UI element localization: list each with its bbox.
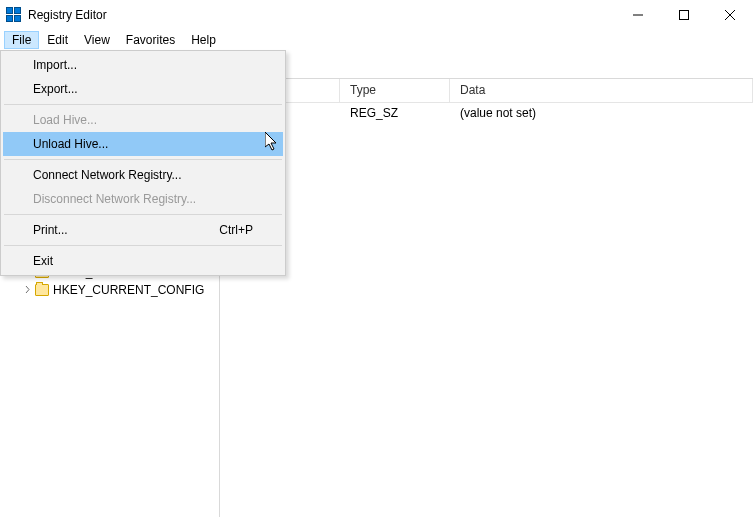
- file-dropdown: Import... Export... Load Hive... Unload …: [0, 50, 286, 276]
- window-title: Registry Editor: [28, 8, 107, 22]
- menu-item-label: Unload Hive...: [33, 137, 108, 151]
- cell-type: REG_SZ: [340, 103, 450, 123]
- menu-item-disconnect-network-registry: Disconnect Network Registry...: [3, 187, 283, 211]
- list-header: Type Data: [220, 79, 753, 103]
- regedit-icon: [6, 7, 22, 23]
- cell-data: (value not set): [450, 103, 753, 123]
- menu-separator: [4, 214, 282, 215]
- menu-separator: [4, 159, 282, 160]
- menu-separator: [4, 104, 282, 105]
- window-controls: [615, 0, 753, 30]
- menu-view[interactable]: View: [76, 31, 118, 49]
- svg-rect-1: [680, 11, 689, 20]
- column-header-data[interactable]: Data: [450, 79, 753, 102]
- menu-item-label: Load Hive...: [33, 113, 97, 127]
- menu-item-label: Exit: [33, 254, 53, 268]
- menu-item-print[interactable]: Print... Ctrl+P: [3, 218, 283, 242]
- chevron-right-icon[interactable]: [22, 285, 33, 296]
- menu-item-load-hive: Load Hive...: [3, 108, 283, 132]
- menu-file[interactable]: File: [4, 31, 39, 49]
- menu-help[interactable]: Help: [183, 31, 224, 49]
- menu-separator: [4, 245, 282, 246]
- menu-item-label: Export...: [33, 82, 78, 96]
- menu-item-shortcut: Ctrl+P: [219, 223, 253, 237]
- list-pane[interactable]: Type Data REG_SZ (value not set): [220, 79, 753, 517]
- close-button[interactable]: [707, 0, 753, 30]
- menu-bar: File Edit View Favorites Help: [0, 30, 753, 50]
- column-header-type[interactable]: Type: [340, 79, 450, 102]
- menu-item-label: Print...: [33, 223, 68, 237]
- menu-item-exit[interactable]: Exit: [3, 249, 283, 273]
- maximize-button[interactable]: [661, 0, 707, 30]
- menu-item-connect-network-registry[interactable]: Connect Network Registry...: [3, 163, 283, 187]
- tree-item-hkey-current-config[interactable]: HKEY_CURRENT_CONFIG: [0, 281, 219, 299]
- menu-item-import[interactable]: Import...: [3, 53, 283, 77]
- menu-item-unload-hive[interactable]: Unload Hive...: [3, 132, 283, 156]
- title-bar: Registry Editor: [0, 0, 753, 30]
- folder-icon: [35, 284, 49, 296]
- minimize-button[interactable]: [615, 0, 661, 30]
- menu-favorites[interactable]: Favorites: [118, 31, 183, 49]
- tree-item-label: HKEY_CURRENT_CONFIG: [53, 283, 204, 297]
- menu-edit[interactable]: Edit: [39, 31, 76, 49]
- menu-item-label: Connect Network Registry...: [33, 168, 182, 182]
- menu-item-label: Import...: [33, 58, 77, 72]
- list-row[interactable]: REG_SZ (value not set): [220, 103, 753, 123]
- menu-item-label: Disconnect Network Registry...: [33, 192, 196, 206]
- menu-item-export[interactable]: Export...: [3, 77, 283, 101]
